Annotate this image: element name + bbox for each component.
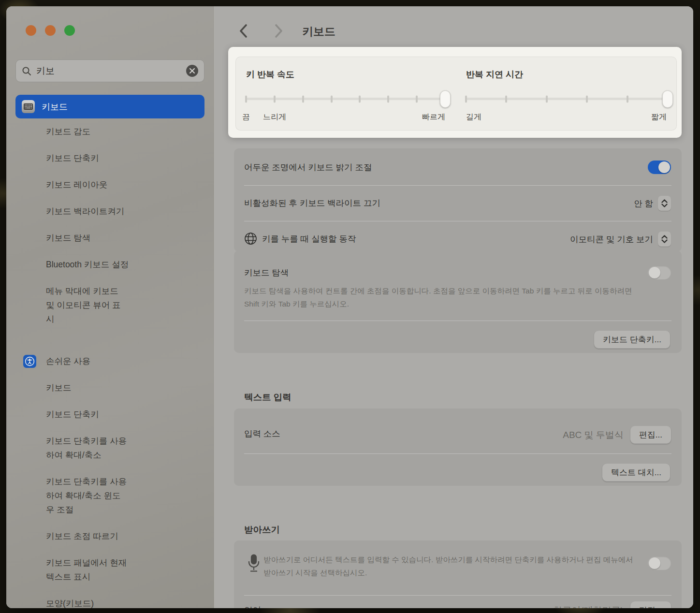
language-label: 언어	[244, 604, 261, 608]
globe-action-stepper[interactable]	[658, 232, 671, 247]
key-repeat-title: 키 반복 속도	[246, 69, 294, 80]
text-input-card: 입력 소스 ABC 및 두벌식 편집... 텍스트 대치...	[234, 409, 682, 486]
accessibility-icon	[23, 355, 36, 368]
keyboard-shortcuts-button[interactable]: 키보드 단축키...	[594, 331, 670, 349]
keyboard-navigation-card: 키보드 탐색 키보드 탐색을 사용하여 컨트롤 간에 초점을 이동합니다. 초점…	[234, 250, 682, 353]
content-pane: 키보드 키 반복 속도 끔 느리게 빠르게 반복 지연 시간 길게	[215, 6, 693, 608]
page-title: 키보드	[302, 24, 335, 39]
sidebar-item[interactable]: 키보드 단축키	[15, 401, 209, 428]
sidebar: 키보드 키보드 감도 키보드 단축키 키보드 레이아웃 키보드 백라이트켜기 키…	[6, 6, 215, 608]
keyboard-nav-description: 키보드 탐색을 사용하여 컨트롤 간에 초점을 이동합니다. 초점을 앞으로 이…	[244, 284, 648, 310]
language-edit-button[interactable]: 편집...	[630, 601, 671, 608]
search-icon	[22, 66, 31, 76]
repeat-delay-long-label: 길게	[466, 112, 481, 122]
sidebar-item[interactable]: 키보드 단축키	[15, 145, 209, 172]
sidebar-item[interactable]: 키보드 레이아웃	[15, 172, 209, 198]
globe-icon	[244, 232, 257, 245]
dictation-description: 받아쓰기로 어디서든 텍스트를 입력할 수 있습니다. 받아쓰기를 시작하려면 …	[263, 553, 641, 579]
dictation-toggle[interactable]	[648, 556, 671, 570]
close-button[interactable]	[26, 25, 36, 36]
sidebar-item[interactable]: 키보드 감도	[15, 118, 209, 145]
globe-action-label: 키를 누를 때 실행할 동작	[262, 233, 356, 245]
input-source-edit-button[interactable]: 편집...	[630, 426, 671, 444]
sidebar-item[interactable]: 키보드 단축키를 사용하여 확대/축소 윈도우 조절	[15, 468, 209, 523]
search-input[interactable]	[36, 66, 181, 76]
settings-window: 키보드 키보드 감도 키보드 단축키 키보드 레이아웃 키보드 백라이트켜기 키…	[6, 6, 693, 608]
forward-button[interactable]	[271, 23, 285, 39]
repeat-delay-slider[interactable]	[466, 98, 668, 100]
input-source-value: ABC 및 두벌식	[563, 429, 624, 441]
brightness-label: 어두운 조명에서 키보드 밝기 조절	[244, 161, 372, 173]
repeat-delay-slider-handle[interactable]	[662, 90, 673, 108]
sidebar-item-label: 키보드	[42, 101, 68, 113]
repeat-settings-card: 키 반복 속도 끔 느리게 빠르게 반복 지연 시간 길게 짧게	[235, 57, 677, 131]
sidebar-item[interactable]: 키보드 백라이트켜기	[15, 198, 209, 225]
sidebar-item[interactable]: 키보드 탐색	[15, 225, 209, 251]
search-field[interactable]	[15, 59, 204, 82]
key-repeat-off-label: 끔	[242, 112, 250, 122]
language-value: 한국어(대한민국)	[553, 604, 624, 609]
globe-action-value: 이모티콘 및 기호 보기	[570, 234, 653, 245]
input-source-label: 입력 소스	[244, 428, 280, 439]
sidebar-item-keyboard-selected[interactable]: 키보드	[15, 95, 204, 118]
key-repeat-slider[interactable]	[246, 98, 445, 100]
sidebar-item[interactable]: 키보드 초점 따르기	[15, 523, 209, 550]
dictation-section-title: 받아쓰기	[244, 524, 280, 536]
key-repeat-slow-label: 느리게	[263, 112, 286, 122]
clear-search-icon[interactable]	[186, 65, 198, 77]
key-repeat-fast-label: 빠르게	[422, 112, 445, 122]
key-repeat-slider-handle[interactable]	[440, 90, 451, 108]
traffic-lights	[26, 25, 75, 36]
sidebar-item[interactable]: 키보드	[15, 375, 209, 401]
sidebar-item[interactable]: Bluetooth 키보드 설정	[15, 251, 209, 278]
sidebar-item[interactable]: 키보드 패널에서 현재 텍스트 표시	[15, 550, 209, 590]
highlighted-panel: 키 반복 속도 끔 느리게 빠르게 반복 지연 시간 길게 짧게	[228, 47, 682, 138]
repeat-delay-short-label: 짧게	[651, 112, 667, 122]
backlight-off-stepper[interactable]	[658, 196, 671, 211]
keyboard-icon	[22, 100, 35, 113]
sidebar-item[interactable]: 모양(키보드)	[15, 590, 209, 608]
sidebar-item[interactable]: 메뉴 막대에 키보드 및 이모티콘 뷰어 표시	[15, 278, 209, 333]
brightness-toggle[interactable]	[648, 161, 671, 174]
zoom-button[interactable]	[64, 25, 75, 36]
repeat-delay-title: 반복 지연 시간	[466, 69, 523, 80]
sidebar-item[interactable]: 키보드 단축키를 사용하여 확대/축소	[15, 428, 209, 468]
sidebar-results: 키보드 키보드 감도 키보드 단축키 키보드 레이아웃 키보드 백라이트켜기 키…	[15, 95, 209, 608]
keyboard-nav-label: 키보드 탐색	[244, 267, 289, 278]
keyboard-nav-toggle[interactable]	[648, 266, 671, 279]
text-replace-button[interactable]: 텍스트 대치...	[602, 464, 670, 482]
text-input-section-title: 텍스트 입력	[244, 391, 292, 403]
microphone-icon	[248, 554, 260, 572]
backlight-off-value: 안 함	[634, 198, 653, 209]
dictation-card: 받아쓰기로 어디서든 텍스트를 입력할 수 있습니다. 받아쓰기를 시작하려면 …	[234, 540, 682, 608]
sidebar-item-accessibility[interactable]: 손쉬운 사용	[15, 348, 209, 375]
minimize-button[interactable]	[45, 25, 56, 36]
backlight-off-label: 비활성화된 후 키보드 백라이트 끄기	[244, 197, 380, 209]
keyboard-settings-card: 어두운 조명에서 키보드 밝기 조절 비활성화된 후 키보드 백라이트 끄기 안…	[234, 148, 682, 252]
back-button[interactable]	[237, 23, 251, 39]
